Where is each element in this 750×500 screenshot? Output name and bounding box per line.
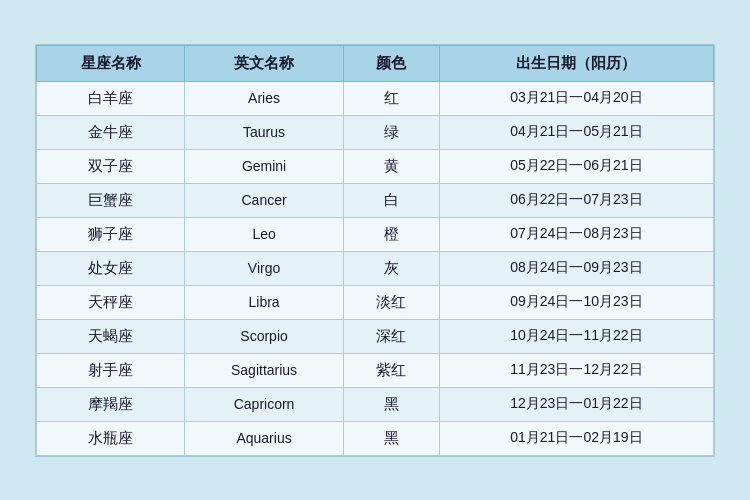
table-header-row: 星座名称 英文名称 颜色 出生日期（阳历） — [37, 45, 714, 81]
cell-color: 淡红 — [343, 285, 439, 319]
cell-chinese-name: 双子座 — [37, 149, 185, 183]
cell-english-name: Aquarius — [185, 421, 344, 455]
cell-color: 灰 — [343, 251, 439, 285]
cell-chinese-name: 天蝎座 — [37, 319, 185, 353]
header-dates: 出生日期（阳历） — [439, 45, 713, 81]
table-row: 射手座Sagittarius紫红11月23日一12月22日 — [37, 353, 714, 387]
cell-english-name: Libra — [185, 285, 344, 319]
cell-dates: 06月22日一07月23日 — [439, 183, 713, 217]
cell-english-name: Scorpio — [185, 319, 344, 353]
cell-english-name: Leo — [185, 217, 344, 251]
cell-color: 白 — [343, 183, 439, 217]
cell-color: 深红 — [343, 319, 439, 353]
cell-color: 橙 — [343, 217, 439, 251]
cell-english-name: Sagittarius — [185, 353, 344, 387]
cell-dates: 11月23日一12月22日 — [439, 353, 713, 387]
cell-chinese-name: 金牛座 — [37, 115, 185, 149]
table-row: 白羊座Aries红03月21日一04月20日 — [37, 81, 714, 115]
cell-chinese-name: 处女座 — [37, 251, 185, 285]
cell-dates: 09月24日一10月23日 — [439, 285, 713, 319]
cell-color: 绿 — [343, 115, 439, 149]
cell-chinese-name: 白羊座 — [37, 81, 185, 115]
table-row: 双子座Gemini黄05月22日一06月21日 — [37, 149, 714, 183]
cell-color: 紫红 — [343, 353, 439, 387]
cell-english-name: Gemini — [185, 149, 344, 183]
table-row: 天秤座Libra淡红09月24日一10月23日 — [37, 285, 714, 319]
cell-chinese-name: 摩羯座 — [37, 387, 185, 421]
cell-english-name: Taurus — [185, 115, 344, 149]
cell-dates: 04月21日一05月21日 — [439, 115, 713, 149]
cell-dates: 01月21日一02月19日 — [439, 421, 713, 455]
header-color: 颜色 — [343, 45, 439, 81]
zodiac-table: 星座名称 英文名称 颜色 出生日期（阳历） 白羊座Aries红03月21日一04… — [36, 45, 714, 456]
cell-color: 黑 — [343, 387, 439, 421]
cell-dates: 07月24日一08月23日 — [439, 217, 713, 251]
cell-chinese-name: 水瓶座 — [37, 421, 185, 455]
header-chinese-name: 星座名称 — [37, 45, 185, 81]
table-row: 天蝎座Scorpio深红10月24日一11月22日 — [37, 319, 714, 353]
cell-dates: 05月22日一06月21日 — [439, 149, 713, 183]
cell-color: 黑 — [343, 421, 439, 455]
cell-chinese-name: 天秤座 — [37, 285, 185, 319]
table-row: 处女座Virgo灰08月24日一09月23日 — [37, 251, 714, 285]
cell-dates: 12月23日一01月22日 — [439, 387, 713, 421]
cell-english-name: Capricorn — [185, 387, 344, 421]
cell-chinese-name: 巨蟹座 — [37, 183, 185, 217]
cell-dates: 03月21日一04月20日 — [439, 81, 713, 115]
cell-chinese-name: 狮子座 — [37, 217, 185, 251]
cell-dates: 08月24日一09月23日 — [439, 251, 713, 285]
table-row: 水瓶座Aquarius黑01月21日一02月19日 — [37, 421, 714, 455]
cell-english-name: Aries — [185, 81, 344, 115]
zodiac-table-container: 星座名称 英文名称 颜色 出生日期（阳历） 白羊座Aries红03月21日一04… — [35, 44, 715, 457]
cell-english-name: Virgo — [185, 251, 344, 285]
cell-chinese-name: 射手座 — [37, 353, 185, 387]
cell-color: 红 — [343, 81, 439, 115]
cell-color: 黄 — [343, 149, 439, 183]
table-row: 摩羯座Capricorn黑12月23日一01月22日 — [37, 387, 714, 421]
cell-dates: 10月24日一11月22日 — [439, 319, 713, 353]
header-english-name: 英文名称 — [185, 45, 344, 81]
table-row: 狮子座Leo橙07月24日一08月23日 — [37, 217, 714, 251]
table-row: 金牛座Taurus绿04月21日一05月21日 — [37, 115, 714, 149]
cell-english-name: Cancer — [185, 183, 344, 217]
table-row: 巨蟹座Cancer白06月22日一07月23日 — [37, 183, 714, 217]
